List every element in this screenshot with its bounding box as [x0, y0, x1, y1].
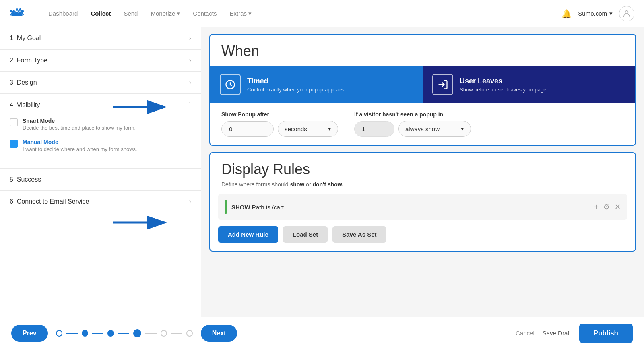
sidebar-item-email-service[interactable]: 6. Connect to Email Service › — [0, 191, 201, 213]
display-rules-card: Display Rules Define where forms should … — [209, 152, 636, 252]
popup-after-inputs: seconds ▾ — [221, 121, 338, 137]
nav-extras[interactable]: Extras ▾ — [230, 10, 252, 17]
visitor-value-input[interactable] — [354, 121, 394, 137]
load-set-button[interactable]: Load Set — [283, 226, 328, 243]
success-arrow — [109, 211, 173, 236]
progress-dot-3 — [107, 330, 114, 337]
sidebar-item-form-type[interactable]: 2. Form Type › — [0, 50, 201, 72]
rule-actions: + ⚙ ✕ — [594, 202, 621, 211]
nav-collect[interactable]: Collect — [91, 10, 111, 17]
display-rules-desc: Define where forms should show or don't … — [210, 181, 635, 194]
always-show-select[interactable]: always show ▾ — [398, 121, 471, 137]
smart-mode-text: Smart Mode Decide the best time and plac… — [23, 118, 136, 131]
my-goal-chevron-icon: › — [189, 35, 191, 42]
remove-rule-button[interactable]: ✕ — [615, 202, 621, 211]
seconds-select[interactable]: seconds ▾ — [278, 121, 338, 137]
sidebar-item-my-goal[interactable]: 1. My Goal › — [0, 27, 201, 50]
nav-monetize[interactable]: Monetize ▾ — [151, 10, 180, 17]
rule-settings-button[interactable]: ⚙ — [603, 202, 610, 211]
cancel-button[interactable]: Cancel — [516, 330, 535, 337]
add-condition-button[interactable]: + — [594, 203, 599, 211]
sidebar: 1. My Goal › 2. Form Type › 3. Design › … — [0, 27, 201, 317]
add-new-rule-button[interactable]: Add New Rule — [218, 226, 278, 243]
always-show-label: always show — [405, 126, 440, 132]
notification-bell-icon[interactable]: 🔔 — [561, 9, 572, 19]
account-name: Sumo.com — [578, 10, 607, 17]
avatar[interactable] — [619, 6, 634, 21]
form-type-chevron-icon: › — [189, 57, 191, 64]
rules-buttons: Add New Rule Load Set Save As Set — [210, 226, 635, 251]
always-show-chevron-icon: ▾ — [461, 125, 464, 132]
visibility-chevron-icon: ˅ — [188, 101, 191, 109]
publish-button[interactable]: Publish — [579, 324, 633, 343]
form-type-label: 2. Form Type — [10, 57, 47, 64]
timed-label: Timed — [247, 77, 345, 85]
rule-indicator — [225, 200, 227, 214]
sidebar-item-success[interactable]: 5. Success › — [0, 169, 201, 191]
visibility-header[interactable]: 4. Visibility ˅ — [10, 101, 191, 109]
timed-icon — [220, 74, 241, 95]
manual-mode-text: Manual Mode I want to decide where and w… — [23, 139, 137, 152]
rule-row: SHOW Path is /cart + ⚙ ✕ — [218, 194, 627, 220]
popup-after-row: Show Popup after seconds ▾ If a visitor … — [210, 103, 635, 145]
content-area: When Timed Control exactly when your pop… — [201, 27, 644, 317]
show-popup-after-label: Show Popup after — [221, 111, 338, 118]
timed-text: Timed Control exactly when your popup ap… — [247, 77, 345, 93]
show-popup-after-group: Show Popup after seconds ▾ — [221, 111, 338, 137]
nav-links: Dashboard Collect Send Monetize ▾ Contac… — [48, 10, 561, 17]
progress-line-4 — [145, 333, 157, 334]
manual-mode-label: Manual Mode — [23, 139, 137, 145]
visitor-group: If a visitor hasn't seen a popup in alwa… — [354, 111, 471, 137]
monetize-chevron-icon: ▾ — [177, 10, 180, 17]
logo[interactable] — [10, 7, 24, 20]
sidebar-item-design[interactable]: 3. Design › — [0, 72, 201, 94]
nav-send[interactable]: Send — [124, 10, 138, 17]
timed-option[interactable]: Timed Control exactly when your popup ap… — [210, 66, 423, 103]
svg-point-1 — [10, 10, 12, 12]
rule-action: SHOW — [231, 204, 250, 211]
nav-dashboard[interactable]: Dashboard — [48, 10, 78, 17]
top-nav: Dashboard Collect Send Monetize ▾ Contac… — [0, 0, 644, 27]
seconds-label: seconds — [285, 126, 307, 132]
progress-line-1 — [66, 333, 78, 334]
extras-chevron-icon: ▾ — [248, 10, 252, 17]
progress-line-5 — [171, 333, 182, 334]
visitor-inputs: always show ▾ — [354, 121, 471, 137]
save-draft-button[interactable]: Save Draft — [543, 330, 571, 337]
svg-point-2 — [16, 8, 18, 11]
smart-mode-label: Smart Mode — [23, 118, 136, 124]
nav-contacts[interactable]: Contacts — [193, 10, 217, 17]
progress-dots — [56, 329, 193, 337]
my-goal-label: 1. My Goal — [10, 35, 41, 42]
progress-dot-6 — [186, 330, 193, 337]
when-card: When Timed Control exactly when your pop… — [209, 34, 636, 146]
user-leaves-text: User Leaves Show before a user leaves yo… — [460, 77, 548, 93]
success-label: 5. Success — [10, 176, 41, 183]
progress-dot-5 — [161, 330, 167, 337]
design-label: 3. Design — [10, 79, 37, 86]
smart-mode-row[interactable]: Smart Mode Decide the best time and plac… — [10, 114, 191, 135]
user-leaves-desc: Show before a user leaves your page. — [460, 87, 548, 93]
save-as-set-button[interactable]: Save As Set — [332, 226, 386, 243]
visitor-label: If a visitor hasn't seen a popup in — [354, 111, 471, 118]
user-leaves-label: User Leaves — [460, 77, 548, 85]
user-leaves-option[interactable]: User Leaves Show before a user leaves yo… — [423, 66, 635, 103]
account-menu[interactable]: Sumo.com ▾ — [578, 10, 613, 17]
seconds-chevron-icon: ▾ — [328, 125, 331, 132]
progress-dot-4-active — [133, 329, 141, 337]
next-button[interactable]: Next — [201, 325, 237, 342]
smart-mode-checkbox[interactable] — [10, 118, 18, 126]
progress-line-3 — [118, 333, 129, 334]
prev-button[interactable]: Prev — [11, 325, 48, 342]
manual-mode-row[interactable]: ✕ Manual Mode I want to decide where and… — [10, 135, 191, 156]
when-title: When — [210, 35, 635, 66]
svg-point-3 — [21, 10, 24, 12]
manual-mode-desc: I want to decide where and when my form … — [23, 146, 137, 152]
rule-text: SHOW Path is /cart — [231, 204, 589, 211]
popup-after-value-input[interactable] — [221, 121, 274, 137]
bottom-left: Prev Next — [11, 325, 237, 342]
visibility-label: 4. Visibility — [10, 101, 40, 109]
design-chevron-icon: › — [189, 79, 191, 86]
manual-mode-checkbox[interactable]: ✕ — [10, 140, 18, 148]
svg-point-4 — [625, 10, 628, 13]
